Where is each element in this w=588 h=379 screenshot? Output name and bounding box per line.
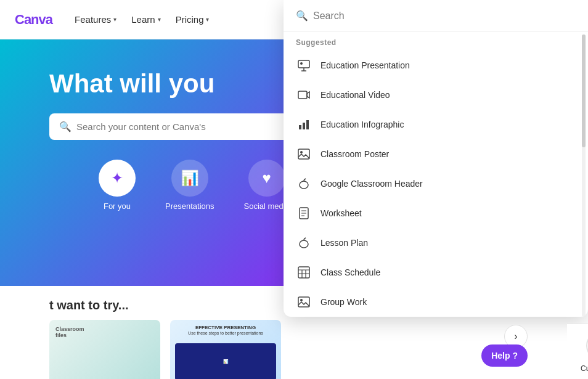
suggestion-education-presentation[interactable]: Education Presentation [284,51,588,80]
presentation-icon [296,57,312,73]
suggestion-worksheet[interactable]: Worksheet [284,198,588,228]
svg-point-22 [300,299,303,301]
grid-icon [296,264,312,280]
group-image-icon [296,294,312,310]
bottom-toolbar: + Custom size Edit photo [567,324,588,379]
svg-rect-6 [303,123,305,129]
search-dropdown: 🔍 Suggested Education Presentation [284,0,588,317]
nav-pricing[interactable]: Pricing ▾ [168,9,217,30]
cards-section: t want to try... Classroomfiles EFFECTIV… [0,286,284,379]
search-icon: 🔍 [59,121,71,132]
hero-search-bar[interactable]: 🔍 [49,113,308,140]
presentations-icon: 📊 [171,160,208,197]
suggestion-group-work[interactable]: Group Work [284,287,588,317]
svg-rect-5 [299,125,301,129]
svg-point-3 [300,62,303,65]
help-label: Help ? [491,351,518,361]
hero-search-input[interactable] [76,121,298,132]
video-icon [296,87,312,103]
category-label-social-media: Social media [244,202,290,211]
logo[interactable]: Canva [15,12,52,28]
category-presentations[interactable]: 📊 Presentations [165,160,214,211]
custom-size-label: Custom size [581,364,588,373]
dropdown-search-input[interactable] [313,10,576,22]
apple-lesson-icon [296,235,312,251]
svg-rect-4 [298,91,307,99]
suggested-label: Suggested [284,32,588,51]
template-card-2[interactable]: EFFECTIVE PRESENTINGUse these steps to b… [170,320,281,379]
dropdown-scrollbar[interactable] [582,35,586,317]
svg-point-10 [300,181,308,189]
chevron-down-icon: ▾ [206,16,209,23]
chevron-down-icon: ▾ [158,16,161,23]
category-for-you[interactable]: ✦ For you [99,160,136,211]
section-title: t want to try... [0,286,284,320]
help-button[interactable]: Help ? [481,344,528,367]
doc-icon [296,205,312,221]
for-you-icon: ✦ [99,160,136,197]
scrollbar-thumb [582,35,586,147]
suggestion-education-infographic[interactable]: Education Infographic [284,110,588,139]
nav-learn[interactable]: Learn ▾ [124,9,168,30]
category-label-presentations: Presentations [165,202,214,211]
svg-rect-8 [298,149,309,159]
category-social-media[interactable]: ♥ Social media [244,160,290,211]
suggestion-classroom-poster[interactable]: Classroom Poster [284,139,588,169]
search-icon: 🔍 [296,10,308,22]
suggestion-educational-video[interactable]: Educational Video [284,80,588,110]
nav-features[interactable]: Features ▾ [67,9,124,30]
template-cards-row: Classroomfiles EFFECTIVE PRESENTINGUse t… [0,320,284,379]
suggestion-class-schedule[interactable]: Class Schedule [284,258,588,287]
svg-rect-7 [306,120,309,129]
custom-size-button[interactable]: + Custom size [579,331,588,373]
suggestion-google-classroom[interactable]: Google Classroom Header [284,169,588,198]
svg-point-9 [300,151,303,153]
svg-rect-21 [298,297,309,307]
apple-icon [296,176,312,192]
dropdown-search-row[interactable]: 🔍 [284,0,588,32]
search-dropdown-overlay: 🔍 Suggested Education Presentation [284,0,588,379]
chart-icon [296,116,312,132]
image-icon [296,146,312,162]
social-media-icon: ♥ [248,160,285,197]
svg-point-15 [300,240,308,248]
template-card-1[interactable]: Classroomfiles [49,320,160,379]
svg-rect-16 [298,267,309,278]
svg-rect-0 [298,60,309,68]
chevron-down-icon: ▾ [113,16,116,23]
category-label-for-you: For you [104,202,131,211]
suggestion-lesson-plan[interactable]: Lesson Plan [284,228,588,258]
